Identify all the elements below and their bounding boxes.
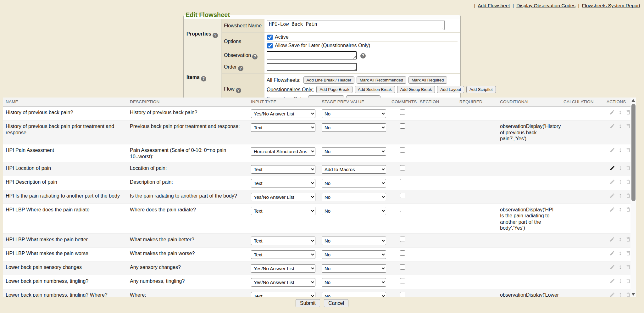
- stage-prev-value-select[interactable]: No: [322, 179, 386, 187]
- stage-prev-value-select[interactable]: No: [322, 250, 386, 259]
- edit-icon[interactable]: [609, 237, 615, 242]
- move-icon[interactable]: [618, 264, 622, 270]
- edit-icon[interactable]: [609, 193, 615, 198]
- edit-icon[interactable]: [609, 264, 615, 270]
- edit-icon[interactable]: [609, 109, 615, 115]
- row-section: [417, 144, 457, 162]
- comments-checkbox[interactable]: [400, 237, 405, 242]
- allow-save-checkbox[interactable]: [267, 43, 273, 48]
- input-type-select[interactable]: Text: [251, 292, 315, 298]
- edit-icon[interactable]: [609, 278, 615, 284]
- input-type-select[interactable]: Yes/No Answer List: [251, 109, 315, 118]
- move-icon[interactable]: [618, 250, 622, 256]
- edit-icon[interactable]: [609, 147, 615, 153]
- help-icon[interactable]: ?: [236, 88, 241, 93]
- mark-all-recommended-button[interactable]: Mark All Recommended: [357, 76, 406, 84]
- submit-button[interactable]: Submit: [296, 299, 320, 307]
- move-icon[interactable]: [618, 193, 622, 199]
- move-icon[interactable]: [618, 147, 622, 153]
- link-display-observation-codes[interactable]: Display Observation Codes: [516, 3, 575, 8]
- active-checkbox[interactable]: [267, 35, 273, 40]
- stage-prev-value-select[interactable]: No: [322, 264, 386, 273]
- mark-all-required-button[interactable]: Mark All Required: [408, 76, 447, 84]
- comments-checkbox[interactable]: [400, 264, 405, 270]
- move-icon[interactable]: [618, 165, 622, 171]
- stage-prev-value-select[interactable]: No: [322, 109, 386, 118]
- edit-icon[interactable]: [609, 179, 615, 185]
- comments-checkbox[interactable]: [400, 179, 405, 184]
- comments-checkbox[interactable]: [400, 109, 405, 115]
- move-icon[interactable]: [618, 123, 622, 129]
- add-section-break-button[interactable]: Add Section Break: [355, 86, 395, 93]
- order-input[interactable]: [267, 63, 357, 71]
- move-icon[interactable]: [618, 292, 622, 298]
- flowsheet-name-input[interactable]: HPI-Low Back Pain: [267, 20, 445, 30]
- edit-icon[interactable]: [609, 123, 615, 129]
- row-description: Is the pain radiating to another part of…: [127, 190, 248, 204]
- input-type-select[interactable]: Text: [251, 207, 315, 215]
- add-scriptlet-button[interactable]: Add Scriptlet: [466, 86, 496, 93]
- add-group-break-button[interactable]: Add Group Break: [397, 86, 435, 93]
- help-icon[interactable]: ?: [213, 33, 218, 38]
- page-title: Edit Flowsheet: [184, 11, 231, 19]
- scrollbar-thumb[interactable]: [631, 104, 636, 201]
- add-layout-button[interactable]: Add Layout: [437, 86, 464, 93]
- comments-checkbox[interactable]: [400, 207, 405, 212]
- row-section: [417, 176, 457, 190]
- move-icon[interactable]: [618, 237, 622, 243]
- edit-icon[interactable]: [609, 292, 615, 298]
- comments-checkbox[interactable]: [400, 147, 405, 153]
- vertical-scrollbar[interactable]: [630, 98, 636, 297]
- stage-prev-value-select[interactable]: Add to Macros: [322, 165, 386, 174]
- stage-prev-value-select[interactable]: No: [322, 237, 386, 245]
- move-icon[interactable]: [618, 109, 622, 115]
- comments-checkbox[interactable]: [400, 250, 405, 256]
- stage-prev-value-select[interactable]: No: [322, 147, 386, 156]
- edit-icon[interactable]: [609, 165, 615, 171]
- scrollbar-up-arrow-icon[interactable]: [631, 99, 635, 102]
- move-icon[interactable]: [618, 278, 622, 284]
- cancel-button[interactable]: Cancel: [324, 299, 348, 307]
- comments-checkbox[interactable]: [400, 165, 405, 170]
- input-type-select[interactable]: Text: [251, 237, 315, 245]
- stage-prev-value-select[interactable]: No: [322, 123, 386, 132]
- row-description: Description of pain:: [127, 176, 248, 190]
- comments-checkbox[interactable]: [400, 278, 405, 283]
- scrollbar-down-arrow-icon[interactable]: [631, 293, 635, 296]
- header-section: SECTION: [417, 99, 457, 104]
- input-type-select[interactable]: Text: [251, 179, 315, 187]
- row-calculation: [561, 162, 604, 176]
- input-type-select[interactable]: Yes/No Answer List: [251, 278, 315, 287]
- move-icon[interactable]: [618, 207, 622, 213]
- edit-icon[interactable]: [609, 250, 615, 256]
- link-add-flowsheet[interactable]: Add Flowsheet: [478, 3, 510, 8]
- help-icon[interactable]: ?: [252, 54, 258, 59]
- input-type-select[interactable]: Text: [251, 250, 315, 259]
- help-icon[interactable]: ?: [238, 66, 243, 71]
- add-line-break-header-button[interactable]: Add Line Break / Header: [303, 76, 354, 84]
- input-type-select[interactable]: Text: [251, 165, 315, 174]
- input-type-select[interactable]: Yes/No Answer List: [251, 193, 315, 201]
- move-icon[interactable]: [618, 179, 622, 185]
- stage-prev-value-select[interactable]: No: [322, 278, 386, 287]
- comments-checkbox[interactable]: [400, 193, 405, 198]
- input-type-select[interactable]: Yes/No Answer List: [251, 264, 315, 273]
- row-required: [457, 289, 497, 298]
- edit-icon[interactable]: [609, 207, 615, 212]
- stage-prev-value-select[interactable]: No: [322, 292, 386, 298]
- help-icon[interactable]: ?: [360, 53, 366, 59]
- comments-checkbox[interactable]: [400, 292, 405, 297]
- row-name: HPI Location of pain: [3, 162, 127, 176]
- add-page-break-button[interactable]: Add Page Break: [316, 86, 353, 93]
- input-type-select[interactable]: Horizontal Structured Ans: [251, 147, 315, 156]
- options-label: Options: [222, 33, 264, 50]
- row-calculation: [561, 144, 604, 162]
- table-row: HPI Is the pain radiating to another par…: [3, 190, 636, 204]
- stage-prev-value-select[interactable]: No: [322, 207, 386, 215]
- stage-prev-value-select[interactable]: No: [322, 193, 386, 201]
- observation-input[interactable]: [267, 51, 357, 59]
- link-flowsheets-system-report[interactable]: Flowsheets System Report: [582, 3, 640, 8]
- input-type-select[interactable]: Text: [251, 123, 315, 132]
- help-icon[interactable]: ?: [201, 76, 206, 81]
- comments-checkbox[interactable]: [400, 123, 405, 129]
